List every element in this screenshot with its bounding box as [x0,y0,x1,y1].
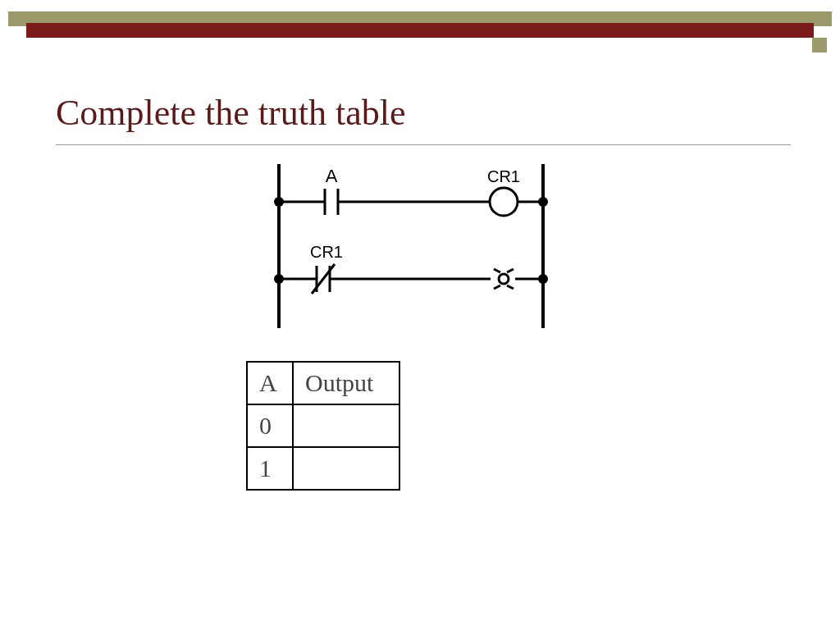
header-a: A [247,362,293,404]
table-row: 1 [247,447,399,490]
cell-a-1: 1 [247,447,293,490]
truth-table: A Output 0 1 [246,361,400,491]
banner-maroon-stripe [26,23,814,38]
corner-maroon-square [796,23,810,38]
svg-point-22 [538,274,548,284]
title-underline [56,144,791,145]
header-output: Output [293,362,399,404]
svg-line-19 [507,285,514,289]
cell-out-0 [293,404,399,447]
corner-olive-square [812,38,827,52]
slide-title: Complete the truth table [56,92,405,134]
ladder-logic-diagram: A CR1 CR1 [267,164,555,328]
coil-cr1-label: CR1 [487,167,520,185]
svg-line-17 [507,269,514,272]
svg-line-18 [494,285,500,289]
svg-point-7 [490,188,518,216]
table-header-row: A Output [247,362,399,404]
output-coil-icon [494,269,514,289]
contact-cr1-label: CR1 [310,243,343,261]
svg-point-20 [499,274,509,284]
contact-a-label: A [326,166,338,186]
banner-corner-decoration [791,11,832,52]
svg-line-16 [494,269,500,272]
svg-point-9 [538,197,548,207]
cell-a-0: 0 [247,404,293,447]
cell-out-1 [293,447,399,490]
table-row: 0 [247,404,399,447]
slide-header-banner [8,11,832,41]
